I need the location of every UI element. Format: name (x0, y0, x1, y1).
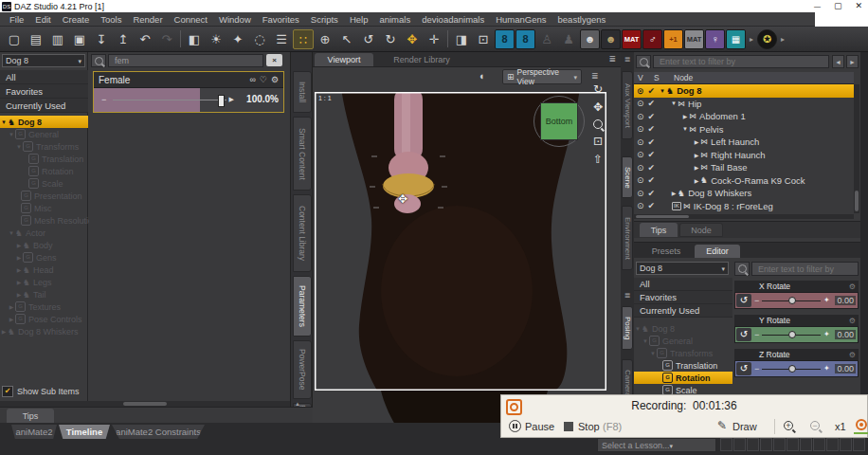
overflow-arrow-2-icon[interactable]: ▸ (778, 29, 787, 49)
column-visible[interactable]: V (638, 73, 643, 82)
menu-create[interactable]: Create (57, 14, 96, 25)
scene-horizontal-scrollbar[interactable] (634, 214, 854, 219)
clear-search-button[interactable] (266, 54, 282, 66)
slider-knob[interactable] (788, 297, 796, 304)
webcam-icon[interactable] (856, 419, 867, 430)
tree-item-legs[interactable]: ▶Legs (0, 276, 88, 288)
slider-track[interactable] (762, 369, 821, 370)
scene-node-ik-rforeleg[interactable]: IKIK-Dog 8 : rForeLeg (634, 200, 854, 213)
expander-icon[interactable]: ▼ (8, 230, 15, 236)
menu-tools[interactable]: Tools (95, 14, 127, 25)
tree-item-transforms[interactable]: ▼Transforms (634, 347, 732, 359)
tree-item-misc[interactable]: Misc (0, 202, 88, 214)
gear-icon[interactable] (271, 75, 279, 84)
menu-animals[interactable]: animals (373, 14, 416, 25)
expander-icon[interactable]: ▶ (693, 152, 700, 158)
female-gens-icon[interactable]: ♀ (705, 29, 725, 49)
expander-icon[interactable]: ▶ (15, 279, 23, 285)
tab-timeline[interactable]: Timeline (59, 425, 110, 439)
selectable-icon[interactable] (648, 175, 656, 185)
frame-cell[interactable] (800, 438, 812, 451)
frame-cell[interactable] (720, 438, 732, 451)
tree-item-general[interactable]: ▼General (634, 335, 732, 347)
posing-filter-input[interactable] (756, 264, 854, 275)
menu-humangens[interactable]: HumanGens (490, 14, 552, 25)
menu-beastlygens[interactable]: beastlygens (552, 14, 612, 25)
rotate-icon[interactable] (736, 362, 751, 375)
expander-icon[interactable]: ▼ (634, 326, 642, 332)
mat-copy-2-icon[interactable]: MAT (684, 29, 704, 49)
pan-icon[interactable]: ✥ (593, 101, 603, 113)
tree-item-head[interactable]: ▶Head (0, 264, 88, 276)
viewport-options-icon[interactable] (591, 71, 599, 81)
tree-item-presentation[interactable]: Presentation (0, 190, 88, 202)
tree-item-textures[interactable]: ▶Textures (0, 300, 88, 313)
visibility-eye-icon[interactable] (637, 189, 644, 198)
g8-thumb-2-icon[interactable]: 8 (515, 29, 535, 49)
tab-tips[interactable]: Tips (640, 223, 678, 237)
scene-node-left-haunch[interactable]: ▶Left Haunch (634, 136, 854, 149)
filter-prev-button[interactable]: ◄ (832, 55, 844, 68)
scene-thumb-icon[interactable]: ▦ (726, 29, 746, 49)
tab-animate2-constraints[interactable]: aniMate2 Constraints (112, 425, 205, 439)
export-icon[interactable]: ↥ (113, 29, 134, 49)
pane-group-menu-icon[interactable] (621, 291, 634, 300)
selectable-icon[interactable] (648, 124, 656, 134)
pencil-icon[interactable] (717, 419, 727, 432)
scene-outline-icon[interactable]: ☰ (271, 29, 292, 49)
slider-track[interactable] (762, 335, 821, 336)
new-file-icon[interactable]: ▢ (4, 29, 25, 49)
tree-item-actor[interactable]: ▼Actor (0, 227, 88, 239)
scene-node-dog8-whiskers[interactable]: ▶Dog 8 Whiskers (634, 187, 854, 200)
expander-icon[interactable]: ▶ (15, 291, 23, 298)
tab-animate2[interactable]: aniMate2 (11, 425, 57, 439)
frame-cell[interactable] (813, 438, 825, 451)
tab-smart-content[interactable]: Smart Content (293, 117, 312, 191)
slider-knob[interactable] (788, 331, 796, 338)
menu-devioadanimals[interactable]: devioadanimals (416, 14, 490, 25)
column-node[interactable]: Node (674, 73, 693, 82)
visibility-eye-icon[interactable] (637, 124, 644, 134)
slider-body[interactable]: 0.00 (734, 292, 859, 309)
gear-icon[interactable] (849, 282, 856, 291)
stop-icon[interactable] (564, 422, 573, 431)
slider-increment[interactable] (823, 330, 830, 338)
camera-cube-icon[interactable]: ◨ (451, 29, 472, 49)
rotate-icon[interactable] (736, 294, 751, 307)
slider-decrement[interactable]: − (101, 95, 106, 104)
visibility-eye-icon[interactable] (637, 175, 644, 185)
frame-cell[interactable] (840, 438, 852, 451)
stop-button[interactable]: Stop (578, 421, 600, 432)
slider-decrement[interactable] (754, 364, 759, 373)
tree-item-rotation[interactable]: Rotation (0, 165, 88, 177)
maximize-button[interactable] (834, 1, 842, 11)
render-camera-icon[interactable]: ⊡ (473, 29, 494, 49)
selectable-icon[interactable] (648, 201, 656, 210)
figure-thumb-a-icon[interactable]: ♙ (536, 29, 557, 49)
node-selection-tool-icon[interactable]: ∷ (293, 29, 314, 49)
view-cube[interactable]: Bottom (540, 102, 578, 140)
menu-scripts[interactable]: Scripts (305, 14, 344, 25)
tree-item-mesh-resolution[interactable]: Mesh Resolution (0, 214, 88, 227)
figure-thumb-b-icon[interactable]: ♟ (558, 29, 579, 49)
tree-item-translation[interactable]: Translation (634, 359, 732, 372)
visibility-eye-icon[interactable] (637, 99, 644, 108)
slider-handle[interactable] (218, 95, 225, 107)
create-null-icon[interactable]: ◌ (249, 29, 270, 49)
tree-item-tail[interactable]: ▶Tail (0, 288, 88, 300)
plus-one-icon[interactable]: +1 (663, 29, 683, 49)
frame-cell[interactable] (760, 438, 772, 451)
tab-environment[interactable]: Environment (622, 206, 633, 270)
portrait-thumb-icon[interactable]: ☻ (601, 29, 621, 49)
create-spotlight-icon[interactable]: ✦ (227, 29, 248, 49)
pointer-tool-icon[interactable]: ↖ (336, 29, 357, 49)
figure-selector-dropdown[interactable]: Dog 8 (2, 54, 85, 67)
drawstyle-sphere-icon[interactable] (479, 70, 486, 82)
menu-connect[interactable]: Connect (169, 14, 213, 25)
pane-menu-icon[interactable] (608, 54, 616, 64)
show-sub-items[interactable]: Show Sub Items (2, 386, 80, 397)
posing-figure-selector[interactable]: Dog 8 (636, 262, 729, 275)
tree-item-dog8-whiskers[interactable]: ▶Dog 8 Whiskers (0, 325, 88, 337)
expander-icon[interactable]: ▶ (8, 303, 15, 310)
gear-icon[interactable] (849, 351, 856, 359)
